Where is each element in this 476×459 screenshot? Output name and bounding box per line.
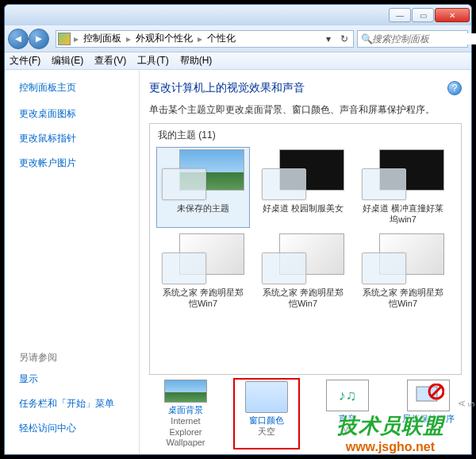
menu-view[interactable]: 查看(V): [94, 54, 126, 68]
nav-arrows: ◄ ►: [8, 29, 49, 49]
main-pane: 更改计算机上的视觉效果和声音 ? 单击某个主题立即更改桌面背景、窗口颜色、声音和…: [140, 70, 471, 454]
theme-thumb: [262, 149, 344, 200]
theme-settings-row: 桌面背景 Internet Explorer Wallpaper 窗口颜色 天空…: [149, 375, 462, 449]
theme-thumb: [362, 149, 444, 200]
search-box[interactable]: 🔍: [357, 30, 468, 48]
theme-label: 未保存的主题: [177, 203, 229, 226]
titlebar: — ▭ ✕: [5, 5, 471, 25]
theme-item[interactable]: 系统之家 奔跑明星郑恺Win7: [156, 231, 250, 312]
page-title: 更改计算机上的视觉效果和声音: [149, 81, 305, 95]
theme-thumb: [162, 149, 244, 200]
desktop-background-tile[interactable]: 桌面背景 Internet Explorer Wallpaper: [152, 378, 219, 449]
main-heading-row: 更改计算机上的视觉效果和声音 ?: [149, 81, 462, 95]
search-icon: 🔍: [361, 33, 372, 44]
theme-label: 好桌道 横冲直撞好莱坞win7: [359, 203, 447, 226]
theme-label: 系统之家 奔跑明星郑恺Win7: [359, 287, 447, 310]
menubar: 文件(F) 编辑(E) 查看(V) 工具(T) 帮助(H): [5, 52, 471, 70]
themes-panel: 我的主题 (11) 未保存的主题 好桌道 校园制服美女 好桌道 横冲直撞好莱坞w…: [149, 123, 462, 375]
window-color-preview-icon: [245, 381, 288, 413]
theme-grid: 未保存的主题 好桌道 校园制服美女 好桌道 横冲直撞好莱坞win7 系统之家 奔…: [156, 147, 455, 312]
menu-file[interactable]: 文件(F): [10, 54, 40, 68]
maximize-button[interactable]: ▭: [412, 8, 434, 22]
breadcrumb-sep-icon: ▸: [125, 33, 132, 44]
breadcrumb-item-appearance[interactable]: 外观和个性化: [134, 32, 194, 45]
sidebar-link-account-picture[interactable]: 更改帐户图片: [19, 156, 129, 170]
nav-toolbar: ◄ ► ▸ 控制面板 ▸ 外观和个性化 ▸ 个性化 ▾ ↻ 🔍: [5, 25, 471, 52]
content-body: 控制面板主页 更改桌面图标 更改鼠标指针 更改帐户图片 另请参阅 显示 任务栏和…: [5, 70, 471, 454]
tile-sub: Internet Explorer Wallpaper: [155, 416, 216, 448]
menu-edit[interactable]: 编辑(E): [52, 54, 83, 68]
see-also-ease-of-access[interactable]: 轻松访问中心: [19, 422, 129, 435]
screensaver-tile[interactable]: 屏幕保护程序: [395, 378, 462, 449]
help-icon[interactable]: ?: [447, 81, 462, 95]
forward-button[interactable]: ►: [29, 29, 49, 49]
theme-label: 系统之家 奔跑明星郑恺Win7: [259, 287, 347, 310]
breadcrumb-sep-icon: ▸: [196, 33, 204, 44]
search-input[interactable]: [372, 33, 476, 44]
theme-item[interactable]: 好桌道 校园制服美女: [256, 147, 350, 228]
theme-label: 好桌道 校园制服美女: [263, 203, 344, 226]
breadcrumb-item-personalize[interactable]: 个性化: [205, 32, 237, 45]
tile-title: 声音: [339, 413, 356, 425]
see-also-display[interactable]: 显示: [19, 372, 129, 386]
theme-item[interactable]: 系统之家 奔跑明星郑恺Win7: [356, 231, 450, 312]
breadcrumb-dropdown-icon[interactable]: ▾: [321, 33, 336, 44]
screensaver-icon: [407, 380, 450, 411]
sidebar: 控制面板主页 更改桌面图标 更改鼠标指针 更改帐户图片 另请参阅 显示 任务栏和…: [5, 70, 140, 454]
breadcrumb-item-ctrlpanel[interactable]: 控制面板: [82, 32, 123, 45]
address-bar[interactable]: ▸ 控制面板 ▸ 外观和个性化 ▸ 个性化 ▾ ↻: [56, 30, 354, 48]
theme-item-unsaved[interactable]: 未保存的主题: [156, 147, 250, 228]
explorer-window: — ▭ ✕ ◄ ► ▸ 控制面板 ▸ 外观和个性化 ▸ 个性化 ▾ ↻ 🔍 文件…: [4, 4, 472, 455]
theme-item[interactable]: 好桌道 横冲直撞好莱坞win7: [356, 147, 450, 228]
theme-group-title: 我的主题 (11): [158, 129, 455, 142]
theme-thumb: [362, 233, 444, 284]
cpl-icon: [58, 33, 71, 45]
sound-scheme-icon: ♪♫: [326, 380, 369, 411]
menu-tools[interactable]: 工具(T): [137, 54, 168, 68]
refresh-button[interactable]: ↻: [337, 33, 351, 44]
back-button[interactable]: ◄: [8, 29, 29, 49]
see-also-heading: 另请参阅: [19, 351, 129, 364]
sidebar-link-desktop-icons[interactable]: 更改桌面图标: [19, 107, 129, 121]
sidebar-link-mouse-pointers[interactable]: 更改鼠标指针: [19, 132, 129, 145]
theme-label: 系统之家 奔跑明星郑恺Win7: [159, 287, 248, 310]
theme-item[interactable]: 系统之家 奔跑明星郑恺Win7: [256, 231, 350, 312]
minimize-button[interactable]: —: [389, 8, 411, 22]
wallpaper-preview-icon: [164, 380, 207, 403]
close-button[interactable]: ✕: [435, 8, 470, 22]
see-also-taskbar[interactable]: 任务栏和「开始」菜单: [19, 397, 129, 411]
breadcrumb-sep-icon: ▸: [72, 33, 80, 44]
tile-title: 屏幕保护程序: [402, 413, 455, 425]
tile-title: 窗口颜色: [249, 415, 284, 426]
window-color-tile[interactable]: 窗口颜色 天空: [233, 378, 300, 449]
page-subtitle: 单击某个主题立即更改桌面背景、窗口颜色、声音和屏幕保护程序。: [149, 103, 462, 117]
menu-help[interactable]: 帮助(H): [180, 54, 213, 68]
theme-thumb: [162, 233, 244, 284]
sounds-tile[interactable]: ♪♫ 声音 W: [314, 378, 381, 449]
tile-sub: 天空: [258, 426, 275, 437]
cpl-home-link[interactable]: 控制面板主页: [19, 81, 129, 94]
tile-sub: W: [344, 425, 351, 435]
tile-title: 桌面背景: [168, 404, 203, 416]
theme-thumb: [262, 233, 344, 284]
